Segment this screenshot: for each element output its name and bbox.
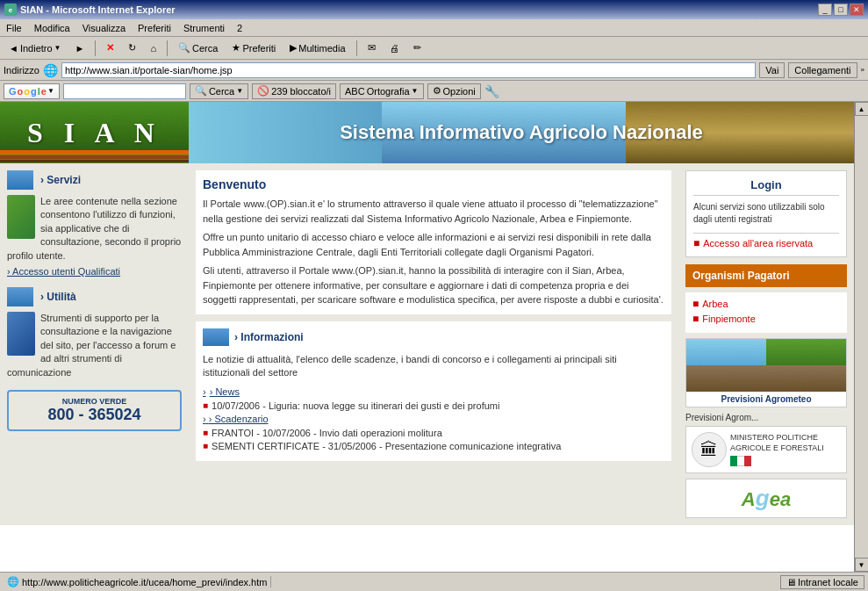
toolbar-extra-icon: 🔧 — [484, 84, 499, 98]
previsioni-img — [686, 339, 846, 392]
scroll-up-button[interactable]: ▲ — [855, 102, 869, 116]
news-link[interactable]: › › News — [203, 386, 664, 397]
mail-button[interactable]: ✉ — [362, 40, 381, 57]
numero-verde-number: 800 - 365024 — [14, 406, 175, 424]
opzioni-button[interactable]: ⚙ Opzioni — [427, 83, 481, 99]
search-icon: 🔍 — [195, 85, 207, 97]
agea-logo: Agea — [742, 485, 791, 512]
scadenzario-link[interactable]: › › Scadenzario — [203, 414, 664, 424]
window-titlebar: e SIAN - Microsoft Internet Explorer _ □… — [0, 0, 868, 19]
menu-strumenti[interactable]: Strumenti — [181, 22, 227, 34]
info-title: › Informazioni — [234, 331, 304, 343]
ministero-box: 🏛 MINISTERO POLITICHEAGRICOLE E FORESTAL… — [685, 426, 847, 473]
menu-visualizza[interactable]: Visualizza — [80, 22, 128, 34]
login-title: Login — [693, 178, 839, 196]
maximize-button[interactable]: □ — [834, 4, 848, 16]
zone-icon: 🖥 — [786, 577, 796, 587]
utilita-box — [7, 287, 33, 306]
sian-logo: S I A N — [27, 117, 161, 149]
sian-header: S I A N Sistema Informativo Agricolo Naz… — [0, 102, 854, 163]
org-item-arbea[interactable]: ■ Arbea — [692, 298, 840, 310]
toolbar: ◄ Indietro ▼ ► ✕ ↻ ⌂ 🔍 Cerca ★ Preferiti… — [0, 37, 868, 60]
back-dropdown-icon[interactable]: ▼ — [54, 44, 61, 52]
ortografia-button[interactable]: ABC Ortografia ▼ — [340, 83, 423, 99]
benvenuto-title: Benvenuto — [203, 177, 664, 191]
login-box: Login Alcuni servizi sono utilizzabili s… — [685, 170, 847, 257]
spell-icon: ABC — [345, 86, 365, 97]
ortografia-arrow-icon[interactable]: ▼ — [412, 87, 419, 95]
login-text: Alcuni servizi sono utilizzabili solo da… — [693, 201, 839, 226]
block-icon: 🚫 — [257, 85, 269, 97]
multimedia-button[interactable]: ▶ Multimedia — [284, 40, 350, 57]
bullet-icon: ■ — [203, 400, 208, 410]
google-search-arrow-icon[interactable]: ▼ — [236, 87, 243, 95]
org-item-finpiemonte[interactable]: ■ Finpiemonte — [692, 313, 840, 325]
back-button[interactable]: ◄ Indietro ▼ — [4, 40, 67, 57]
sian-logo-area: S I A N — [0, 102, 189, 163]
numero-verde-box: NUMERO VERDE 800 - 365024 — [7, 390, 182, 431]
edit-icon: ✏ — [413, 42, 421, 54]
google-logo[interactable]: Google ▼ — [4, 83, 60, 99]
print-button[interactable]: 🖨 — [384, 40, 405, 57]
menu-preferiti[interactable]: Preferiti — [135, 22, 174, 34]
mail-icon: ✉ — [368, 42, 376, 54]
google-search-button[interactable]: 🔍 Cerca ▼ — [190, 83, 248, 99]
accesso-link[interactable]: › Accesso utenti Qualificati — [7, 266, 182, 277]
window-controls[interactable]: _ □ ✕ — [818, 4, 864, 16]
scadenzario-arrow-icon: › — [203, 414, 206, 424]
italian-flag — [730, 456, 751, 466]
scroll-down-button[interactable]: ▼ — [855, 558, 869, 572]
links-arrow-icon[interactable]: » — [861, 66, 864, 74]
address-input[interactable] — [61, 62, 756, 78]
toolbar-sep2 — [167, 40, 168, 56]
forward-button[interactable]: ► — [70, 40, 90, 57]
accesso-area-link[interactable]: ■ Accesso all'area riservata — [693, 237, 839, 249]
app-icon: e — [4, 4, 17, 16]
ministero-text: MINISTERO POLITICHEAGRICOLE E FORESTALI — [730, 433, 824, 453]
bullet-sq-icon: ■ — [693, 237, 699, 249]
menu-modifica[interactable]: Modifica — [32, 22, 73, 34]
stop-button[interactable]: ✕ — [101, 40, 119, 57]
minimize-button[interactable]: _ — [818, 4, 832, 16]
servizi-icon — [7, 195, 35, 239]
agea-box[interactable]: Agea — [685, 479, 847, 518]
star-icon: ★ — [232, 42, 240, 54]
utilita-icon — [7, 312, 35, 356]
organismi-title: Organismi Pagatori — [692, 270, 790, 282]
home-icon: ⌂ — [150, 43, 156, 54]
links-button[interactable]: Collegamenti — [788, 62, 857, 78]
close-button[interactable]: ✕ — [850, 4, 864, 16]
status-icon: 🌐 — [7, 576, 19, 587]
menu-file[interactable]: File — [4, 22, 25, 34]
page-wrap: S I A N Sistema Informativo Agricolo Naz… — [0, 102, 854, 572]
address-label: Indirizzo — [4, 65, 39, 76]
google-dropdown-icon[interactable]: ▼ — [47, 87, 54, 95]
previsioni-box[interactable]: Previsioni Agrometeo — [685, 338, 847, 407]
news-arrow-icon: › — [203, 386, 206, 397]
edit-button[interactable]: ✏ — [408, 40, 427, 57]
menu-2[interactable]: 2 — [234, 22, 245, 34]
benvenuto-p1: Il Portale www.(OP).sian.it e' lo strume… — [203, 197, 664, 226]
stop-icon: ✕ — [106, 42, 114, 54]
back-arrow-icon: ◄ — [9, 43, 18, 54]
home-button[interactable]: ⌂ — [145, 40, 161, 57]
center-content: Benvenuto Il Portale www.(OP).sian.it e'… — [189, 163, 678, 525]
preferiti-button[interactable]: ★ Preferiti — [226, 40, 281, 57]
previsioni-label: Previsioni Agrometeo — [686, 392, 846, 407]
status-right: 🖥 Intranet locale — [780, 575, 864, 589]
go-button[interactable]: Vai — [759, 62, 785, 78]
google-search-input[interactable] — [63, 83, 186, 99]
benvenuto-p3: Gli utenti, attraverso il Portale www.(O… — [203, 263, 664, 307]
bullet-icon: ■ — [692, 313, 699, 325]
search-button[interactable]: 🔍 Cerca — [173, 40, 223, 57]
servizi-title-row: › Servizi — [7, 170, 182, 190]
left-sidebar: › Servizi Le aree contenute nella sezion… — [0, 163, 189, 525]
toolbar-sep3 — [356, 40, 357, 56]
refresh-button[interactable]: ↻ — [123, 40, 141, 57]
zone-button[interactable]: 🖥 Intranet locale — [780, 575, 864, 589]
scrollbar[interactable]: ▲ ▼ — [854, 102, 868, 572]
servizi-title: › Servizi — [40, 174, 81, 186]
scadenzario-item-1: ■ FRANTOI - 10/07/2006 - Invio dati oper… — [203, 428, 664, 438]
benvenuto-section: Benvenuto Il Portale www.(OP).sian.it e'… — [196, 170, 671, 314]
blocked-button[interactable]: 🚫 239 bloccato/i — [252, 83, 336, 99]
